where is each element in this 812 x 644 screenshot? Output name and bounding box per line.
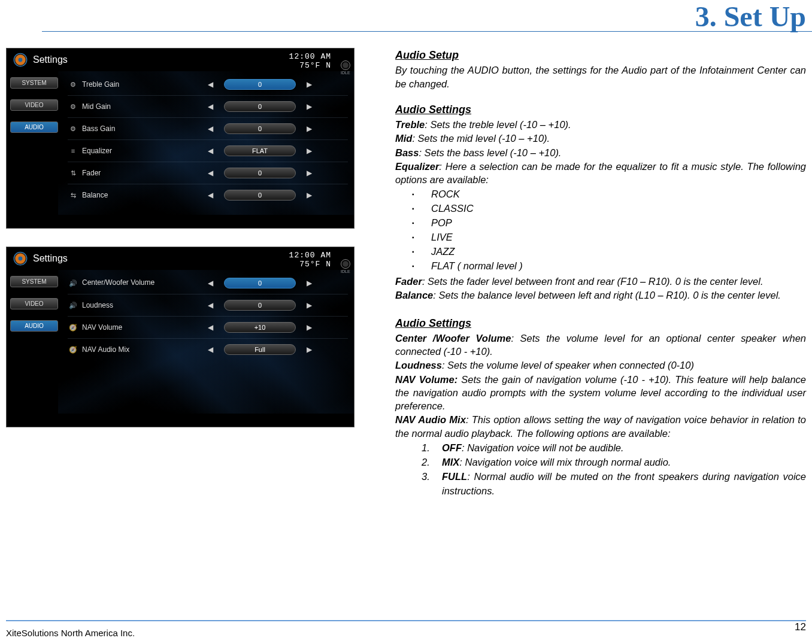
equalizer-options-list: ROCKCLASSICPOPLIVEJAZZFLAT ( normal leve… xyxy=(395,187,806,274)
settings-row: ⇅Fader◀0▶ xyxy=(68,162,348,184)
settings-rows: ⚙Treble Gain◀0▶⚙Mid Gain◀0▶⚙Bass Gain◀0▶… xyxy=(58,71,354,215)
list-number: 3. xyxy=(422,470,430,484)
def-treble: Treble: Sets the treble level (-10 – +10… xyxy=(395,118,806,131)
row-control: ◀0▶ xyxy=(172,300,348,311)
clock: 12:00 AM xyxy=(289,251,331,260)
list-item: LIVE xyxy=(395,230,806,245)
nav-audio-mix-options-list: 1.OFF: Navigation voice will not be audi… xyxy=(395,441,806,499)
value-pill[interactable]: FLAT xyxy=(224,145,296,156)
value-pill[interactable]: 0 xyxy=(224,168,296,178)
row-control: ◀0▶ xyxy=(172,79,348,90)
row-control: ◀0▶ xyxy=(172,190,348,201)
arrow-right-icon[interactable]: ▶ xyxy=(307,102,312,111)
row-label: Bass Gain xyxy=(78,124,172,133)
screenshots-column: Settings 12:00 AM 75°F N IDLE SYSTEM VID… xyxy=(6,48,365,445)
list-text: : Navigation voice will not be audible. xyxy=(462,442,624,453)
nav-icon: 🧭 xyxy=(68,346,78,354)
settings-row: ≡Equalizer◀FLAT▶ xyxy=(68,140,348,162)
list-item: 2.MIX: Navigation voice will mix through… xyxy=(395,455,806,470)
settings-row: 🧭NAV Audio Mix◀Full▶ xyxy=(68,339,348,360)
arrow-left-icon[interactable]: ◀ xyxy=(208,169,213,177)
temperature: 75°F N xyxy=(289,260,331,269)
arrow-right-icon[interactable]: ▶ xyxy=(307,124,312,133)
settings-tabs: SYSTEM VIDEO AUDIO xyxy=(7,270,58,414)
screenshot-title: Settings xyxy=(33,253,68,264)
sliders-icon: ⚙ xyxy=(68,125,78,133)
def-nav-audio-mix: NAV Audio Mix: This option allows settin… xyxy=(395,413,806,440)
settings-row: ⚙Treble Gain◀0▶ xyxy=(68,74,348,96)
divider-top xyxy=(42,31,812,32)
heading-audio-settings-2: Audio Settings xyxy=(395,316,806,330)
settings-row: ⚙Bass Gain◀0▶ xyxy=(68,118,348,140)
def-mid: Mid: Sets the mid level (-10 – +10). xyxy=(395,132,806,145)
tab-audio[interactable]: AUDIO xyxy=(10,121,58,133)
row-label: Fader xyxy=(78,169,172,177)
list-item: 1.OFF: Navigation voice will not be audi… xyxy=(395,441,806,455)
tab-video[interactable]: VIDEO xyxy=(10,298,58,309)
value-pill[interactable]: 0 xyxy=(224,278,296,288)
svg-point-3 xyxy=(19,257,23,261)
settings-row: 🧭NAV Volume◀+10▶ xyxy=(68,317,348,339)
list-item: CLASSIC xyxy=(395,202,806,216)
def-balance: Balance: Sets the balance level between … xyxy=(395,288,806,302)
value-pill[interactable]: 0 xyxy=(224,123,296,134)
heading-audio-setup: Audio Setup xyxy=(395,48,806,62)
arrow-left-icon[interactable]: ◀ xyxy=(208,80,213,89)
value-pill[interactable]: 0 xyxy=(224,101,296,112)
arrow-right-icon[interactable]: ▶ xyxy=(307,279,312,287)
page-number: 12 xyxy=(795,621,806,633)
list-number: 1. xyxy=(422,441,430,455)
arrow-left-icon[interactable]: ◀ xyxy=(208,191,213,199)
arrow-right-icon[interactable]: ▶ xyxy=(307,323,312,332)
arrow-left-icon[interactable]: ◀ xyxy=(208,124,213,133)
row-label: NAV Audio Mix xyxy=(78,345,172,354)
row-label: Loudness xyxy=(78,301,172,309)
value-pill[interactable]: Full xyxy=(224,344,296,355)
row-control: ◀+10▶ xyxy=(172,322,348,333)
svg-point-1 xyxy=(19,58,23,62)
arrow-left-icon[interactable]: ◀ xyxy=(208,345,213,354)
arrow-left-icon[interactable]: ◀ xyxy=(208,323,213,332)
tab-video[interactable]: VIDEO xyxy=(10,99,58,111)
arrow-left-icon[interactable]: ◀ xyxy=(208,147,213,155)
arrow-left-icon[interactable]: ◀ xyxy=(208,279,213,287)
divider-bottom xyxy=(6,620,806,621)
def-nav-volume: NAV Volume: Sets the gain of navigation … xyxy=(395,373,806,413)
arrow-right-icon[interactable]: ▶ xyxy=(307,345,312,354)
text-column: Audio Setup By touching the AUDIO button… xyxy=(395,48,806,499)
arrow-right-icon[interactable]: ▶ xyxy=(307,169,312,177)
screenshot-title: Settings xyxy=(33,54,68,65)
chapter-title: 3. Set Up xyxy=(695,0,806,33)
def-equalizer: Equalizer: Here a selection can be made … xyxy=(395,160,806,187)
value-pill[interactable]: 0 xyxy=(224,79,296,90)
gear-icon xyxy=(13,251,28,266)
footer-company: XiteSolutions North America Inc. xyxy=(6,628,135,638)
arrow-right-icon[interactable]: ▶ xyxy=(307,80,312,89)
tab-audio[interactable]: AUDIO xyxy=(10,320,58,332)
arrow-left-icon[interactable]: ◀ xyxy=(208,102,213,111)
row-control: ◀0▶ xyxy=(172,101,348,112)
sliders-icon: ⚙ xyxy=(68,81,78,89)
value-pill[interactable]: +10 xyxy=(224,322,296,333)
arrow-right-icon[interactable]: ▶ xyxy=(307,147,312,155)
row-control: ◀0▶ xyxy=(172,123,348,134)
value-pill[interactable]: 0 xyxy=(224,300,296,311)
arrow-right-icon[interactable]: ▶ xyxy=(307,301,312,309)
value-pill[interactable]: 0 xyxy=(224,190,296,201)
gear-icon xyxy=(13,52,28,68)
list-text: : Navigation voice will mix through norm… xyxy=(459,457,671,467)
list-item: 3.FULL: Normal audio will be muted on th… xyxy=(395,470,806,499)
tab-system[interactable]: SYSTEM xyxy=(10,77,58,89)
tab-system[interactable]: SYSTEM xyxy=(10,276,58,287)
settings-row: ⇆Balance◀0▶ xyxy=(68,184,348,206)
clock: 12:00 AM xyxy=(289,52,331,61)
settings-row: 🔊Loudness◀0▶ xyxy=(68,294,348,317)
settings-row: ⚙Mid Gain◀0▶ xyxy=(68,96,348,118)
settings-row: 🔊Center/Woofer Volume◀0▶ xyxy=(68,272,348,294)
arrow-left-icon[interactable]: ◀ xyxy=(208,301,213,309)
balance-icon: ⇆ xyxy=(68,192,78,199)
row-label: NAV Volume xyxy=(78,323,172,332)
paragraph: By touching the AUDIO button, the settin… xyxy=(395,63,806,90)
def-center-woofer: Center /Woofer Volume: Sets the volume l… xyxy=(395,332,806,359)
arrow-right-icon[interactable]: ▶ xyxy=(307,191,312,199)
